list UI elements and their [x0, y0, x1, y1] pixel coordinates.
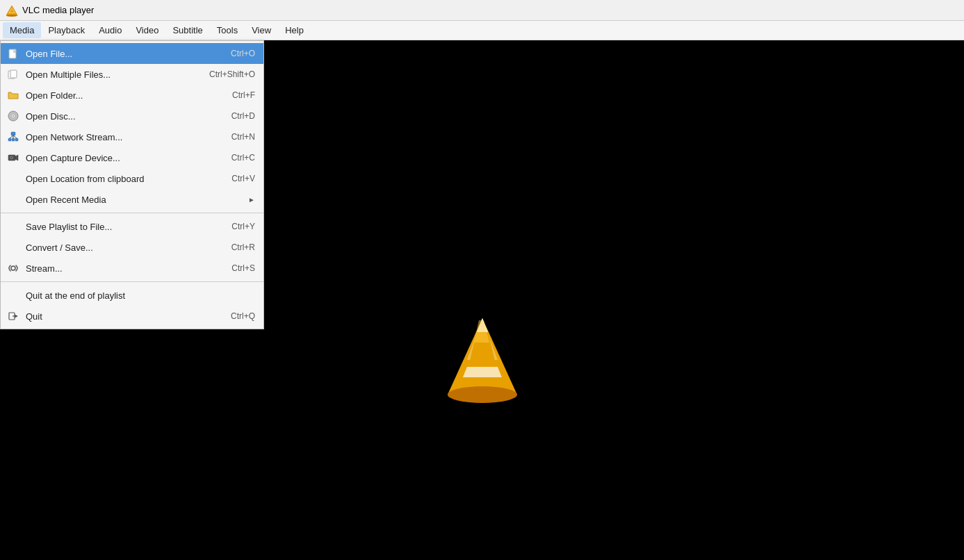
menu-open-network[interactable]: Open Network Stream... Ctrl+N — [1, 126, 263, 147]
svg-marker-28 — [463, 367, 502, 377]
convert-save-shortcut: Ctrl+R — [231, 242, 255, 252]
open-recent-label: Open Recent Media — [26, 195, 248, 205]
open-location-shortcut: Ctrl+V — [231, 174, 255, 183]
menu-quit-end[interactable]: Quit at the end of playlist — [1, 285, 263, 306]
menu-open-recent[interactable]: Open Recent Media ► — [1, 189, 263, 210]
save-playlist-label: Save Playlist to File... — [26, 222, 218, 232]
menu-open-location[interactable]: Open Location from clipboard Ctrl+V — [1, 168, 263, 189]
open-network-icon — [6, 130, 20, 144]
menu-media[interactable]: Media — [3, 22, 41, 38]
vlc-title-icon — [6, 4, 18, 17]
menubar: Media Playback Audio Video Subtitle Tool… — [0, 21, 964, 40]
quit-end-label: Quit at the end of playlist — [26, 290, 241, 301]
menu-open-file[interactable]: Open File... Ctrl+O — [1, 43, 263, 64]
svg-rect-6 — [10, 70, 17, 78]
menu-subtitle[interactable]: Subtitle — [165, 22, 209, 38]
menu-convert-save[interactable]: Convert / Save... Ctrl+R — [1, 237, 263, 258]
save-playlist-icon — [6, 220, 20, 233]
svg-point-9 — [13, 115, 14, 117]
open-disc-shortcut: Ctrl+D — [231, 111, 255, 121]
open-location-label: Open Location from clipboard — [26, 174, 218, 184]
menu-tools[interactable]: Tools — [210, 22, 245, 38]
quit-end-icon — [6, 288, 20, 302]
open-multiple-icon — [6, 67, 20, 81]
menu-stream[interactable]: Stream... Ctrl+S — [1, 258, 263, 279]
separator-1 — [1, 213, 263, 213]
titlebar: VLC media player — [0, 0, 964, 21]
menu-playback[interactable]: Playback — [41, 22, 92, 38]
quit-label: Quit — [26, 311, 217, 322]
menu-view[interactable]: View — [245, 22, 278, 38]
open-disc-icon — [6, 109, 20, 123]
open-file-icon — [6, 47, 20, 60]
open-capture-label: Open Capture Device... — [26, 153, 218, 163]
open-disc-label: Open Disc... — [26, 111, 218, 122]
svg-point-20 — [11, 157, 13, 158]
open-capture-icon — [6, 151, 20, 165]
svg-point-31 — [448, 386, 517, 403]
svg-point-21 — [11, 266, 15, 270]
open-file-shortcut: Ctrl+O — [231, 49, 255, 58]
convert-save-label: Convert / Save... — [26, 242, 218, 253]
open-recent-icon — [6, 192, 20, 206]
stream-shortcut: Ctrl+S — [231, 263, 255, 273]
title-text: VLC media player — [22, 5, 94, 15]
svg-rect-12 — [12, 138, 15, 141]
menu-open-multiple[interactable]: Open Multiple Files... Ctrl+Shift+O — [1, 64, 263, 85]
menu-open-capture[interactable]: Open Capture Device... Ctrl+C — [1, 147, 263, 168]
save-playlist-shortcut: Ctrl+Y — [231, 222, 255, 231]
menu-save-playlist[interactable]: Save Playlist to File... Ctrl+Y — [1, 216, 263, 237]
open-network-label: Open Network Stream... — [26, 132, 218, 142]
menu-open-folder[interactable]: Open Folder... Ctrl+F — [1, 85, 263, 106]
vlc-cone-svg — [441, 315, 524, 405]
svg-rect-11 — [8, 138, 11, 141]
open-file-label: Open File... — [26, 49, 217, 59]
open-capture-shortcut: Ctrl+C — [231, 153, 255, 163]
open-location-icon — [6, 172, 20, 186]
open-folder-shortcut: Ctrl+F — [232, 90, 255, 100]
vlc-cone — [441, 315, 524, 407]
svg-line-14 — [10, 135, 13, 138]
menu-audio[interactable]: Audio — [92, 22, 129, 38]
open-folder-label: Open Folder... — [26, 90, 218, 101]
svg-point-3 — [6, 15, 17, 17]
menu-help[interactable]: Help — [278, 22, 311, 38]
menu-quit[interactable]: Quit Ctrl+Q — [1, 306, 263, 327]
menu-video[interactable]: Video — [129, 22, 165, 38]
svg-rect-13 — [15, 138, 18, 141]
quit-icon — [6, 309, 20, 323]
open-folder-icon — [6, 88, 20, 102]
open-multiple-label: Open Multiple Files... — [26, 69, 195, 80]
open-multiple-shortcut: Ctrl+Shift+O — [209, 69, 255, 79]
convert-save-icon — [6, 240, 20, 254]
svg-rect-10 — [11, 132, 15, 135]
separator-2 — [1, 281, 263, 282]
svg-marker-18 — [15, 155, 18, 160]
quit-shortcut: Ctrl+Q — [231, 311, 255, 321]
stream-icon — [6, 261, 20, 275]
media-dropdown-menu: Open File... Ctrl+O Open Multiple Files.… — [0, 40, 264, 329]
svg-line-16 — [13, 135, 17, 138]
menu-open-disc[interactable]: Open Disc... Ctrl+D — [1, 106, 263, 126]
open-recent-arrow: ► — [248, 196, 255, 204]
stream-label: Stream... — [26, 263, 218, 274]
open-network-shortcut: Ctrl+N — [231, 132, 255, 142]
svg-marker-30 — [467, 360, 498, 367]
